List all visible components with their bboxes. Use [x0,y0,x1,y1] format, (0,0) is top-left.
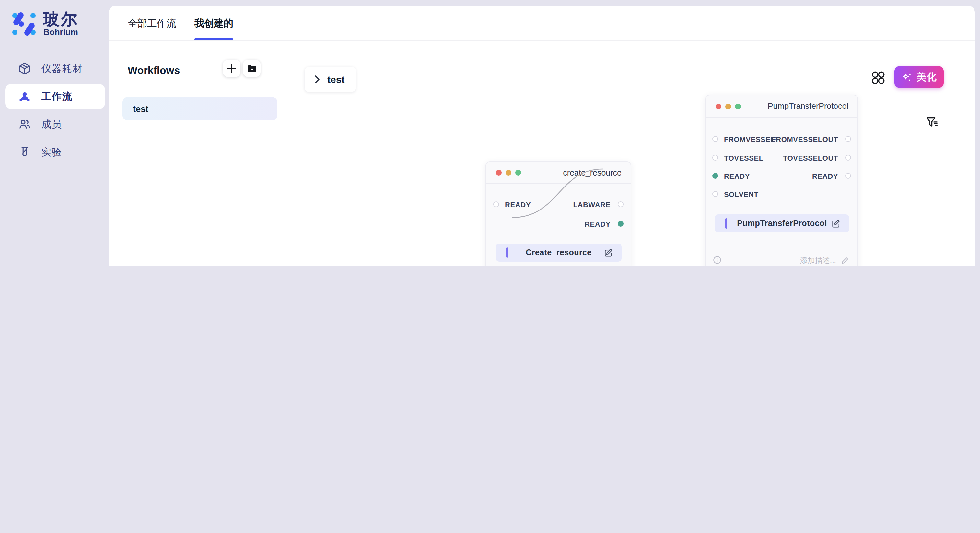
breadcrumb[interactable]: test [305,67,356,92]
traffic-dots-icon [496,170,525,176]
port-row: READY [486,218,631,230]
port-label: FROMVESSEL [724,135,775,143]
active-tab-underline [194,38,233,40]
workflow-item-label: test [133,104,148,114]
port-label: TOVESSEL [724,154,764,162]
tab-all-workflows[interactable]: 全部工作流 [128,17,176,30]
port-label: READY [812,172,838,180]
workflow-list-item-test[interactable]: test [123,97,277,121]
logo-text: 玻尔 Bohrium [43,10,78,37]
sidebar-item-experiments[interactable]: 实验 [0,139,109,165]
main-panel: 全部工作流 我创建的 Workflows test [109,6,975,266]
info-icon[interactable] [713,255,721,266]
node-pump-transfer-protocol[interactable]: PumpTransferProtocol FROMVESSEL FROMVESS… [705,95,858,266]
output-port-labware[interactable] [618,201,624,207]
workflows-title: Workflows [128,65,180,76]
node-action-button[interactable]: Create_resource [496,244,622,262]
sidebar-item-label: 实验 [41,146,62,159]
node-action-label: PumpTransferProtocol [737,219,827,228]
port-label: FROMVESSELOUT [771,135,838,143]
port-label: READY [585,220,611,228]
port-row: SOLVENT [706,189,858,200]
members-icon [18,117,32,132]
sidebar: 玻尔 Bohrium 仪器耗材 [0,0,109,266]
sidebar-item-instruments[interactable]: 仪器耗材 [0,56,109,82]
sidebar-nav: 仪器耗材 工作流 [0,54,109,167]
command-palette-icon[interactable] [870,69,887,86]
output-port-tovesselout[interactable] [845,155,851,160]
node-footer: 添加描述... [706,254,858,266]
node-header: create_resource [486,162,631,184]
workflow-icon [18,89,32,104]
tab-created-by-me[interactable]: 我创建的 [194,17,233,30]
experiment-icon [18,145,32,159]
port-row: READY LABWARE [486,199,631,211]
beautify-label: 美化 [916,71,937,83]
edit-icon[interactable] [604,248,613,260]
app-window: 玻尔 Bohrium 仪器耗材 [0,0,980,266]
edit-icon[interactable] [832,219,841,230]
port-row: TOVESSEL TOVESSELOUT [706,152,858,164]
input-port-tovessel[interactable] [712,155,718,160]
description-placeholder[interactable]: 添加描述... [800,256,836,265]
port-row: READY READY [706,170,858,182]
caret-bar [506,247,508,258]
logo-title: 玻尔 [43,10,78,28]
logo-subtitle: Bohrium [43,28,78,37]
sidebar-item-label: 仪器耗材 [41,62,83,75]
caret-bar [725,218,727,228]
logo: 玻尔 Bohrium [10,10,78,40]
traffic-dots-icon [716,103,745,109]
workflow-canvas[interactable]: test 美化 [283,41,975,266]
node-action-button[interactable]: PumpTransferProtocol [715,214,849,233]
sidebar-item-label: 工作流 [41,90,73,103]
port-label: SOLVENT [724,190,758,198]
output-port-ready[interactable] [845,173,851,179]
beautify-button[interactable]: 美化 [894,66,944,88]
import-folder-button[interactable] [243,60,261,77]
pencil-icon[interactable] [841,256,849,266]
workflow-list-panel: Workflows test [109,41,283,266]
filter-icon[interactable] [925,115,939,130]
sparkles-icon [901,71,913,83]
port-label: LABWARE [573,201,611,209]
node-header: PumpTransferProtocol [706,95,858,118]
package-icon [18,62,32,76]
sidebar-item-workflow[interactable]: 工作流 [5,84,105,109]
header-tabbar: 全部工作流 我创建的 [109,6,975,41]
breadcrumb-label: test [327,74,345,85]
input-port-solvent[interactable] [712,191,718,197]
bohrium-logo-icon [10,10,38,40]
chevron-right-icon [314,75,321,84]
input-port-ready[interactable] [712,173,718,179]
add-workflow-button[interactable] [223,60,240,77]
node-title: PumpTransferProtocol [768,102,848,111]
node-create-resource[interactable]: create_resource READY LABWARE READY Crea… [485,161,631,266]
node-action-label: Create_resource [526,248,592,257]
sidebar-item-members[interactable]: 成员 [0,111,109,137]
sidebar-item-label: 成员 [41,118,62,130]
output-port-fromvesselout[interactable] [845,136,851,142]
port-label: TOVESSELOUT [783,154,838,162]
input-port-fromvessel[interactable] [712,136,718,142]
port-label: READY [505,201,531,209]
port-label: READY [724,172,750,180]
node-title: create_resource [563,168,622,177]
output-port-ready[interactable] [618,221,624,227]
port-row: FROMVESSEL FROMVESSELOUT [706,133,858,145]
input-port-ready[interactable] [493,201,499,207]
